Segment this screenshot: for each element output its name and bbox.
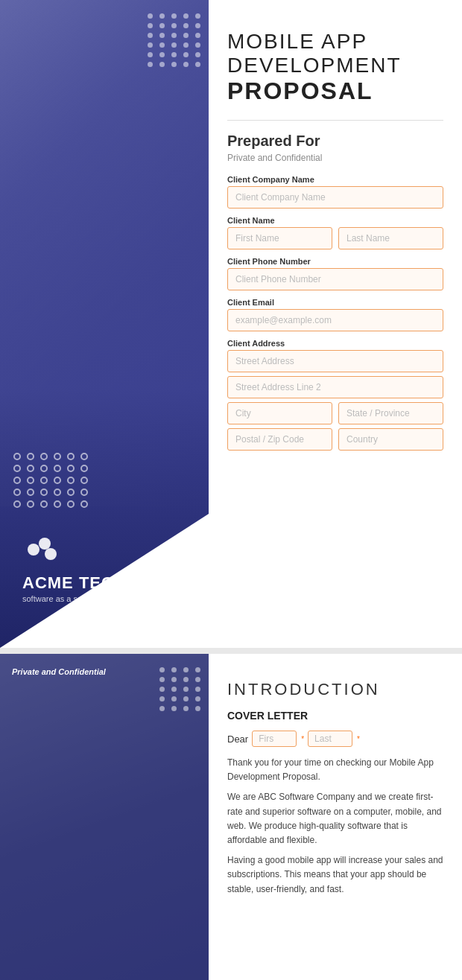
private-confidential-label: Private and Confidential <box>12 667 106 676</box>
dear-last-input[interactable] <box>308 731 352 747</box>
zip-country-row <box>227 428 443 451</box>
decorative-dots-bottom <box>7 447 95 514</box>
dear-text: Dear <box>227 734 248 745</box>
company-name-label: Client Company Name <box>227 175 443 184</box>
company-name-input[interactable] <box>227 186 443 209</box>
cover-letter-heading: COVER LETTER <box>227 710 443 722</box>
left-panel-page1: ACME TECH software as a service <box>0 0 209 648</box>
phone-input[interactable] <box>227 268 443 290</box>
city-input[interactable] <box>227 402 332 424</box>
decorative-dots-top <box>142 7 209 73</box>
left-panel-page2: Private and Confidential <box>0 654 209 980</box>
logo-svg-icon <box>22 535 60 564</box>
right-panel-page1: MOBILE APP DEVELOPMENT PROPOSAL Prepared… <box>209 0 462 648</box>
intro-heading: INTRODUCTION <box>227 680 443 699</box>
decorative-dots-top-2 <box>154 661 209 717</box>
body-paragraph-1: Thank you for your time on checking our … <box>227 756 443 784</box>
email-input[interactable] <box>227 309 443 331</box>
phone-label: Client Phone Number <box>227 257 443 266</box>
country-input[interactable] <box>338 428 443 451</box>
title-block: MOBILE APP DEVELOPMENT PROPOSAL <box>227 30 443 105</box>
company-tagline: software as a service <box>22 594 127 603</box>
state-input[interactable] <box>338 402 443 424</box>
email-label: Client Email <box>227 298 443 307</box>
title-line1: MOBILE APP <box>227 30 443 54</box>
svg-point-0 <box>28 544 39 556</box>
title-line2: DEVELOPMENT <box>227 54 443 77</box>
city-state-row <box>227 402 443 424</box>
first-required-star: * <box>301 735 304 743</box>
dear-first-input[interactable] <box>252 731 297 747</box>
street-address-input[interactable] <box>227 350 443 372</box>
prepared-for-heading: Prepared For <box>227 133 443 150</box>
client-form: Client Company Name Client Name Client P… <box>227 175 443 451</box>
client-name-label: Client Name <box>227 216 443 225</box>
page-1: ACME TECH software as a service MOBILE A… <box>0 0 462 648</box>
street-address2-input[interactable] <box>227 376 443 398</box>
last-required-star: * <box>357 735 360 743</box>
company-name: ACME TECH <box>22 573 127 593</box>
address-label: Client Address <box>227 339 443 348</box>
company-logo: ACME TECH software as a service <box>22 535 127 603</box>
page-2: Private and Confidential INTRODUCTION CO… <box>0 654 462 980</box>
first-name-input[interactable] <box>227 227 332 249</box>
dear-row: Dear * * <box>227 731 443 747</box>
body-paragraph-2: We are ABC Software Company and we creat… <box>227 790 443 847</box>
confidential-label: Private and Confidential <box>227 153 443 163</box>
name-row <box>227 227 443 249</box>
right-panel-page2: INTRODUCTION COVER LETTER Dear * * Thank… <box>209 654 462 980</box>
body-paragraph-3: Having a good mobile app will increase y… <box>227 853 443 897</box>
title-proposal: PROPOSAL <box>227 77 443 105</box>
svg-point-1 <box>39 538 51 550</box>
last-name-input[interactable] <box>338 227 443 249</box>
svg-point-2 <box>45 548 57 560</box>
title-divider <box>227 120 443 121</box>
zip-input[interactable] <box>227 428 332 451</box>
